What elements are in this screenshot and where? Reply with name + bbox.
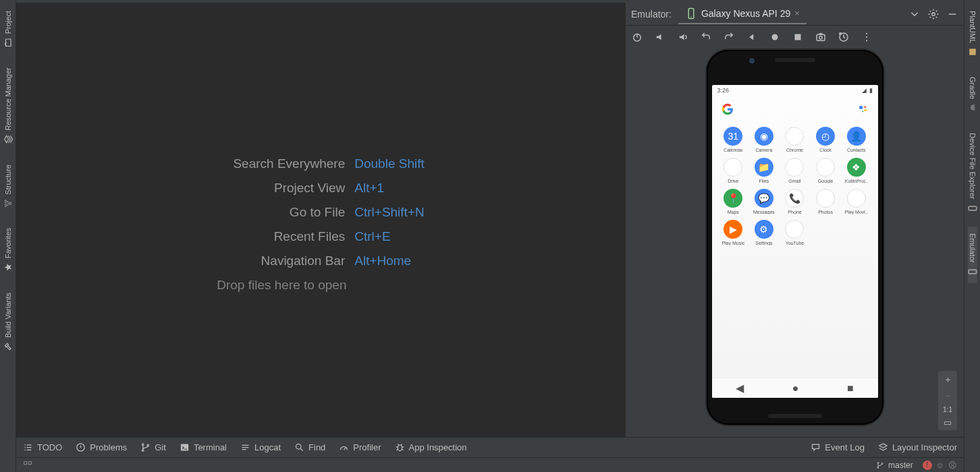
app-label: Maps: [719, 210, 746, 214]
app-google[interactable]: GGoogle: [811, 158, 840, 183]
app-clock[interactable]: ◴Clock: [811, 127, 840, 152]
device-screen[interactable]: 3:26 ◢▮ 31Calendar◉Camera◐Chrome◴Clock👤C…: [712, 85, 878, 398]
app-label: YouTube: [781, 241, 808, 245]
right-tool-emulator[interactable]: Emulator: [968, 227, 977, 283]
bubble-icon: [811, 442, 821, 452]
app-youtube[interactable]: ▶YouTube: [780, 220, 810, 245]
left-tool-resource-manager[interactable]: Resource Manager: [3, 61, 13, 151]
emu-rotate-left-button[interactable]: [700, 31, 712, 43]
hint-label: Navigation Bar: [217, 254, 345, 268]
app-photos[interactable]: ✦Photos: [811, 189, 840, 214]
hint-shortcut: Ctrl+Shift+N: [354, 205, 424, 220]
left-tool-project[interactable]: Project: [3, 4, 13, 54]
right-tool-plantuml[interactable]: PlantUML: [968, 4, 977, 63]
app-play-movi-[interactable]: ▶Play Movi..: [842, 189, 871, 214]
bottom-tool-todo[interactable]: TODO: [23, 442, 62, 452]
app-label: Files: [751, 179, 778, 183]
branch-icon: [140, 442, 151, 452]
emu-vol-down-button[interactable]: [654, 31, 666, 43]
emu-back-button[interactable]: [746, 31, 758, 43]
app-contacts[interactable]: 👤Contacts: [842, 127, 871, 152]
emu-screenshot-button[interactable]: [815, 31, 827, 43]
zoom-out-button[interactable]: －: [944, 390, 952, 402]
bottom-tool-terminal[interactable]: Terminal: [180, 442, 227, 452]
svg-point-14: [866, 36, 867, 38]
emulator-tab[interactable]: Galaxy Nexus API 29 ×: [678, 4, 807, 24]
right-tool-gradle[interactable]: Gradle: [968, 70, 977, 119]
zoom-controls: ＋ － 1:1 ▭: [938, 371, 957, 430]
app-calendar[interactable]: 31Calendar: [719, 127, 748, 152]
bottom-tool-git[interactable]: Git: [140, 442, 166, 452]
app-files[interactable]: 📁Files: [749, 158, 779, 183]
bottom-tool-find[interactable]: Find: [294, 442, 325, 452]
app-chrome[interactable]: ◐Chrome: [780, 127, 810, 152]
app-messages[interactable]: 💬Messages: [749, 189, 779, 214]
emu-vol-up-button[interactable]: [677, 31, 689, 43]
app-play-music[interactable]: ▶Play Music: [719, 220, 748, 245]
emulator-tool-window: Emulator: Galaxy Nexus API 29 ×: [625, 3, 964, 437]
svg-point-8: [772, 34, 778, 40]
app-icon: ◐: [785, 127, 804, 146]
app-gmail[interactable]: MGmail: [780, 158, 810, 183]
zoom-reset-button[interactable]: 1:1: [943, 406, 952, 413]
svg-point-21: [142, 444, 144, 446]
bottom-tool-logcat[interactable]: Logcat: [240, 442, 281, 452]
chevron-down-icon[interactable]: [908, 8, 921, 20]
svg-rect-9: [795, 34, 801, 40]
bottom-tool-problems[interactable]: Problems: [76, 442, 127, 452]
app-icon: ▲: [724, 158, 742, 177]
windows-icon[interactable]: [23, 461, 32, 470]
emu-home-button[interactable]: [769, 31, 781, 43]
svg-point-15: [866, 40, 867, 41]
status-face-1[interactable]: ☺: [936, 461, 944, 470]
bug-icon: [395, 442, 405, 452]
assistant-icon[interactable]: [858, 104, 869, 115]
gear-icon[interactable]: [927, 8, 940, 20]
svg-point-29: [877, 462, 879, 463]
svg-point-23: [147, 444, 149, 446]
zoom-fit-button[interactable]: ▭: [944, 417, 952, 427]
emulator-canvas[interactable]: 3:26 ◢▮ 31Calendar◉Camera◐Chrome◴Clock👤C…: [626, 49, 964, 437]
google-search-bar[interactable]: [712, 96, 878, 123]
bottom-tool-bar: TODOProblemsGitTerminalLogcatFindProfile…: [16, 437, 964, 457]
app-icon: 31: [724, 127, 742, 146]
app-label: Photos: [812, 210, 839, 214]
nav-overview-button[interactable]: ■: [847, 382, 854, 394]
emu-overview-button[interactable]: [792, 31, 804, 43]
app-maps[interactable]: 📍Maps: [719, 189, 748, 214]
status-error-icon[interactable]: !: [923, 461, 932, 470]
app-settings[interactable]: ⚙Settings: [749, 220, 779, 245]
app-kotlinproj-[interactable]: ❖KotlinProj..: [842, 158, 871, 183]
app-label: Messages: [751, 210, 778, 214]
bottom-tool-profiler[interactable]: Profiler: [339, 442, 381, 452]
emu-more-button[interactable]: [861, 31, 873, 43]
bottom-tool-app-inspection[interactable]: App Inspection: [395, 442, 467, 452]
git-branch-indicator[interactable]: master: [876, 461, 913, 470]
close-tab-icon[interactable]: ×: [794, 8, 800, 18]
bottom-tool-event-log[interactable]: Event Log: [811, 442, 865, 452]
app-icon: ◴: [816, 127, 835, 146]
signal-icon: ▮: [869, 87, 873, 94]
app-camera[interactable]: ◉Camera: [749, 127, 779, 152]
status-time: 3:26: [717, 87, 730, 94]
left-tool-structure[interactable]: Structure: [3, 158, 13, 215]
zoom-in-button[interactable]: ＋: [944, 374, 952, 386]
minimize-icon[interactable]: [946, 8, 958, 20]
right-tool-device-file-explorer[interactable]: Device File Explorer: [968, 126, 977, 219]
emu-rotate-right-button[interactable]: [723, 31, 735, 43]
logcat-icon: [240, 442, 250, 452]
editor-empty-area[interactable]: Search EverywhereDouble ShiftProject Vie…: [16, 3, 625, 437]
app-icon: 💬: [755, 189, 773, 208]
app-phone[interactable]: 📞Phone: [780, 189, 810, 214]
app-label: Chrome: [781, 148, 808, 152]
left-tool-favorites[interactable]: Favorites: [3, 221, 13, 278]
app-icon: ❖: [847, 158, 866, 177]
bottom-tool-layout-inspector[interactable]: Layout Inspector: [878, 442, 957, 452]
nav-back-button[interactable]: ◀: [736, 382, 744, 394]
status-face-2[interactable]: ☹: [948, 461, 957, 470]
left-tool-build-variants[interactable]: Build Variants: [3, 286, 13, 358]
emu-snapshot-button[interactable]: [838, 31, 850, 43]
app-drive[interactable]: ▲Drive: [719, 158, 748, 183]
nav-home-button[interactable]: ●: [792, 382, 799, 394]
emu-power-button[interactable]: [631, 31, 643, 43]
